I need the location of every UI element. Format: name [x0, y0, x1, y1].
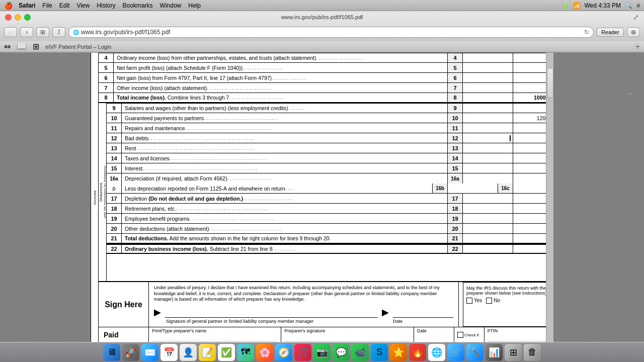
- menu-window[interactable]: Window: [160, 2, 182, 9]
- paid-label: Paid: [99, 327, 149, 342]
- apple-menu[interactable]: 🍎: [4, 2, 13, 10]
- reader-button[interactable]: Reader: [597, 28, 624, 37]
- signature-line[interactable]: [165, 307, 378, 318]
- menu-edit[interactable]: Edit: [59, 2, 70, 9]
- field-number: 16b: [433, 184, 448, 193]
- dock-icon-messages[interactable]: 💬: [333, 344, 350, 361]
- menu-bookmarks[interactable]: Bookmarks: [123, 2, 153, 9]
- table-row: 19 Employee benefit programs . . . . . .…: [107, 214, 553, 224]
- table-row: 11 Repairs and maintenance . . . . . . .…: [107, 123, 553, 133]
- row-number: b: [107, 184, 122, 193]
- pdf-area: Income 4 Ordinary income (loss) from oth…: [0, 53, 644, 342]
- url-input[interactable]: [81, 29, 582, 36]
- row-number: 10: [107, 113, 122, 123]
- menu-help[interactable]: Help: [188, 2, 201, 9]
- field-number: 20: [448, 224, 463, 233]
- bookmarks-button[interactable]: ⊞: [36, 27, 49, 37]
- dock-icon-launchpad[interactable]: 🚀: [122, 344, 139, 361]
- dock-icon-chrome[interactable]: 🌐: [428, 344, 445, 361]
- dock-icon-maps[interactable]: 🗺: [237, 344, 254, 361]
- check-label: Check: [464, 333, 476, 337]
- table-row: 5 Net farm profit (loss) (attach Schedul…: [99, 63, 553, 73]
- row-number: 14: [107, 153, 122, 163]
- scrollbar[interactable]: [546, 53, 553, 342]
- reading-list-toggle[interactable]: 📖: [17, 42, 27, 51]
- dock-icon-safari[interactable]: 🧭: [275, 344, 292, 361]
- minimize-button[interactable]: [15, 14, 21, 21]
- value-cell: [463, 245, 513, 253]
- ptin-field[interactable]: [488, 333, 550, 341]
- yes-checkbox-item[interactable]: Yes: [466, 298, 482, 304]
- menu-file[interactable]: File: [42, 2, 52, 9]
- refresh-button[interactable]: ↻: [584, 29, 589, 36]
- field-number: 16a: [448, 173, 463, 184]
- menu-bar-right: 🔋 📶 Wed 4:33 PM 🔍 ≡: [561, 2, 640, 9]
- dock-icon-store[interactable]: 🛒: [447, 344, 464, 361]
- dock-icon-trash[interactable]: 🗑: [524, 344, 541, 361]
- field-number: 7: [448, 83, 463, 93]
- grid-toggle[interactable]: ⊞: [33, 42, 39, 51]
- dock-icon-calendar[interactable]: 📅: [160, 344, 178, 361]
- menu-view[interactable]: View: [76, 2, 90, 9]
- scrollbar-thumb[interactable]: [547, 68, 553, 98]
- bookmark-eivf[interactable]: eIVF Patient Portal – Login: [45, 44, 111, 50]
- preparer-sig-field[interactable]: [284, 333, 410, 341]
- sign-perjury-text: Under penalties of perjury, I declare th…: [154, 285, 453, 303]
- add-page-button[interactable]: +: [635, 42, 640, 51]
- field-number: 22: [448, 245, 463, 253]
- field-number: 5: [448, 63, 463, 72]
- dock-icon-notes[interactable]: 📝: [199, 344, 216, 361]
- preparer-name-label: Print/Type preparer's name: [152, 328, 278, 333]
- irs-discuss-text: May the IRS discuss this return with the…: [466, 286, 550, 296]
- address-bar[interactable]: 🌐 ↻: [68, 27, 594, 38]
- field-number: 11: [448, 123, 463, 133]
- table-row: 4 Ordinary income (loss) from other part…: [99, 53, 553, 63]
- dock-icon-music[interactable]: 🎵: [294, 344, 311, 361]
- value-cell: [463, 143, 513, 153]
- dock-icon-reeder[interactable]: ⭐: [390, 344, 407, 361]
- dock-icon-flash[interactable]: 🔥: [409, 344, 426, 361]
- share-button[interactable]: ⤴: [52, 27, 65, 37]
- dock-icon-mail[interactable]: ✉️: [141, 344, 158, 361]
- dock-icon-facetime[interactable]: 📹: [352, 344, 369, 361]
- dock-icon-photos[interactable]: 🌸: [256, 344, 273, 361]
- fullscreen-button[interactable]: [24, 14, 31, 21]
- sign-here-label: Sign Here: [99, 282, 149, 327]
- value-cell-bad-debts: [463, 133, 513, 143]
- value-cell-16b: [448, 184, 498, 193]
- table-row: 15 Interest . . . . . . . . . . . . . . …: [107, 163, 553, 173]
- date-line[interactable]: [393, 307, 453, 318]
- row-description: Ordinary income (loss) from other partne…: [114, 53, 448, 62]
- menu-history[interactable]: History: [97, 2, 115, 9]
- dock-icon-dash[interactable]: 📊: [486, 344, 503, 361]
- row-description: Net gain (loss) from Form 4797, Part II,…: [114, 73, 448, 82]
- dock-icon-iphoto[interactable]: 📷: [313, 344, 331, 361]
- yes-checkbox[interactable]: [466, 298, 472, 304]
- field-number: 12: [448, 133, 463, 143]
- value-cell: [463, 83, 513, 93]
- no-checkbox-item[interactable]: No: [486, 298, 500, 304]
- dock-icon-skype[interactable]: S: [371, 344, 388, 361]
- value-cell: [463, 163, 513, 173]
- dock-icon-xcode[interactable]: 🔨: [466, 344, 484, 361]
- menu-bar: 🍎 Safari File Edit View History Bookmark…: [0, 0, 644, 11]
- window-resize-button[interactable]: ⤢: [633, 13, 639, 21]
- sig-arrow-left: ▶: [154, 307, 161, 318]
- zoom-button[interactable]: ⊕: [627, 27, 640, 37]
- forward-button[interactable]: ›: [20, 27, 33, 37]
- back-button[interactable]: ‹: [4, 27, 17, 37]
- dock-icon-launchpad2[interactable]: ⊞: [505, 344, 522, 361]
- no-checkbox[interactable]: [486, 298, 492, 304]
- self-employed-checkbox[interactable]: [457, 332, 463, 338]
- menu-safari[interactable]: Safari: [19, 2, 35, 9]
- field-number: 17: [448, 194, 463, 203]
- preparer-name-field[interactable]: [152, 333, 278, 341]
- close-button[interactable]: [5, 14, 12, 21]
- dock-icon-contacts[interactable]: 👤: [180, 344, 197, 361]
- search-icon[interactable]: 🔍: [625, 2, 632, 9]
- dock-icon-finder[interactable]: 🖥: [103, 344, 120, 361]
- dock-icon-reminders[interactable]: ✅: [218, 344, 235, 361]
- yes-label: Yes: [474, 298, 482, 303]
- list-icon[interactable]: ≡: [636, 2, 640, 9]
- sidebar-toggle[interactable]: ⇔: [4, 42, 11, 51]
